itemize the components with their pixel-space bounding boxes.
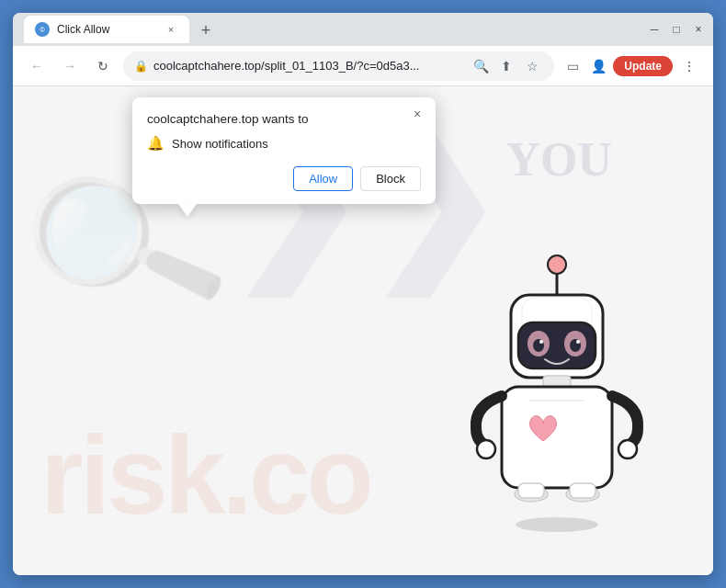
browser-window: © Click Allow × + ─ □ × ← → ↻ 🔒 coolcapt… <box>13 13 713 575</box>
address-input[interactable]: 🔒 coolcaptchahere.top/split_01_1103_B/?c… <box>123 51 554 81</box>
address-icons: 🔍 ⬆ ☆ <box>470 55 543 77</box>
popup-actions: Allow Block <box>147 166 421 191</box>
popup-title: coolcaptchahere.top wants to <box>147 112 421 126</box>
refresh-button[interactable]: ↻ <box>90 53 116 79</box>
svg-point-11 <box>539 340 543 344</box>
toolbar-right: ▭ 👤 Update ⋮ <box>562 53 702 79</box>
svg-point-12 <box>576 340 580 344</box>
tab-title: Click Allow <box>57 23 156 36</box>
svg-point-22 <box>516 517 598 532</box>
address-text: coolcaptchahere.top/split_01_1103_B/?c=0… <box>153 59 464 73</box>
forward-button[interactable]: → <box>57 53 83 79</box>
svg-rect-21 <box>570 483 596 498</box>
risk-watermark: risk.co <box>40 412 370 538</box>
update-button[interactable]: Update <box>613 56 673 76</box>
profile-icon[interactable]: 👤 <box>587 55 609 77</box>
tab-favicon: © <box>35 22 50 37</box>
svg-point-16 <box>477 440 495 458</box>
content-area: 🔍 ❯❯ YOU risk.co coolcaptchahere.top wan… <box>13 86 713 575</box>
svg-text:©: © <box>40 27 45 33</box>
new-tab-button[interactable]: + <box>193 17 219 43</box>
search-icon[interactable]: 🔍 <box>470 55 492 77</box>
bell-icon: 🔔 <box>147 135 164 152</box>
you-watermark: YOU <box>505 132 612 187</box>
robot-illustration <box>456 244 658 557</box>
address-bar: ← → ↻ 🔒 coolcaptchahere.top/split_01_110… <box>13 46 713 86</box>
svg-rect-14 <box>502 387 612 488</box>
minimize-button[interactable]: ─ <box>647 22 662 37</box>
popup-close-button[interactable]: × <box>408 105 426 123</box>
notification-popup: coolcaptchahere.top wants to × 🔔 Show no… <box>132 97 436 204</box>
menu-button[interactable]: ⋮ <box>676 53 702 79</box>
sidebar-toggle-icon[interactable]: ▭ <box>562 55 584 77</box>
tab-close-button[interactable]: × <box>164 22 178 37</box>
active-tab[interactable]: © Click Allow × <box>24 16 189 43</box>
allow-button[interactable]: Allow <box>293 166 353 191</box>
popup-permission-row: 🔔 Show notifications <box>147 135 421 152</box>
tabs-area: © Click Allow × + <box>20 16 647 43</box>
window-controls: ─ □ × <box>647 22 706 37</box>
svg-rect-19 <box>518 483 544 498</box>
share-icon[interactable]: ⬆ <box>495 55 517 77</box>
svg-point-17 <box>618 440 637 458</box>
back-button[interactable]: ← <box>24 53 50 79</box>
close-button[interactable]: × <box>691 22 706 37</box>
block-button[interactable]: Block <box>360 166 421 191</box>
maximize-button[interactable]: □ <box>669 22 684 37</box>
svg-point-3 <box>548 255 566 274</box>
permission-label: Show notifications <box>172 137 268 151</box>
title-bar: © Click Allow × + ─ □ × <box>13 13 713 46</box>
bookmark-icon[interactable]: ☆ <box>521 55 543 77</box>
lock-icon: 🔒 <box>134 60 148 73</box>
popup-tail <box>178 204 197 217</box>
